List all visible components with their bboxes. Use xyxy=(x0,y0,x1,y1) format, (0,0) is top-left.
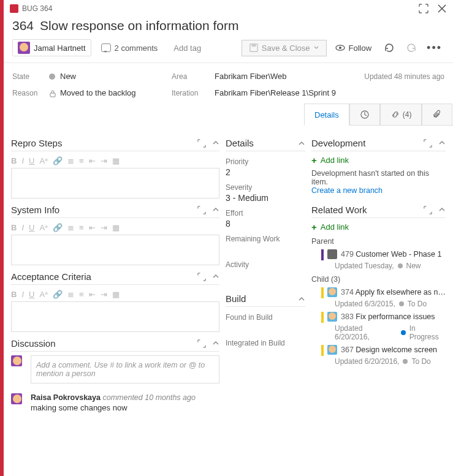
content-area: Repro Steps BIUAᵃ🔗≣≡⇤⇥▦ System Info BIUA… xyxy=(4,126,453,412)
work-item-type-icon xyxy=(327,249,337,259)
reason-value: Moved to the backlog xyxy=(60,88,136,97)
work-item-title[interactable]: Slow response on information form xyxy=(40,18,239,32)
details-header: Details xyxy=(226,138,305,151)
activity-label: Activity xyxy=(226,260,305,269)
work-item-id: 364 xyxy=(12,18,34,32)
integrated-in-build-field[interactable] xyxy=(226,349,305,358)
add-tag-button[interactable]: Add tag xyxy=(167,41,207,55)
parent-label: Parent xyxy=(311,237,446,246)
acceptance-header: Acceptance Criteria xyxy=(11,271,219,285)
acceptance-input[interactable] xyxy=(11,301,219,332)
development-title: Development xyxy=(311,138,365,148)
integrated-in-build-label: Integrated in Build xyxy=(226,339,305,347)
system-info-input[interactable] xyxy=(11,235,219,265)
dev-add-link-button[interactable]: +Add link xyxy=(311,155,446,165)
save-and-close-button[interactable]: Save & Close xyxy=(242,40,327,56)
children-list: 374 Apply fix elsewhere as n…Updated 6/3… xyxy=(311,287,446,366)
state-dot-icon xyxy=(403,359,408,364)
comment-author: Raisa Pokrovskaya xyxy=(31,393,101,402)
discussion-comment: Raisa Pokrovskaya commented 10 months ag… xyxy=(11,393,219,412)
expand-icon[interactable] xyxy=(424,206,432,214)
related-add-link-button[interactable]: +Add link xyxy=(311,222,446,232)
effort-field[interactable]: 8 xyxy=(226,219,305,229)
follow-button[interactable]: Follow xyxy=(330,40,377,55)
tab-attachments[interactable] xyxy=(422,104,452,125)
links-count: (4) xyxy=(403,110,412,119)
severity-field[interactable]: 3 - Medium xyxy=(226,193,305,203)
avatar-icon xyxy=(11,355,22,366)
create-branch-link[interactable]: Create a new branch xyxy=(311,186,446,195)
svg-rect-4 xyxy=(50,93,55,97)
development-header: Development xyxy=(311,138,446,151)
middle-column: Details Priority 2 Severity 3 - Medium E… xyxy=(226,132,305,412)
expand-icon[interactable] xyxy=(197,139,206,148)
svg-point-3 xyxy=(339,47,341,49)
comment-icon xyxy=(101,43,111,52)
repro-steps-input[interactable] xyxy=(11,168,219,198)
tab-details[interactable]: Details xyxy=(304,104,349,126)
state-field[interactable]: New xyxy=(49,72,172,81)
related-item-sub: Updated 6/3/2015,To Do xyxy=(335,300,446,308)
reason-label: Reason xyxy=(12,89,49,97)
comments-button[interactable]: 2 comments xyxy=(95,41,164,55)
expand-icon[interactable] xyxy=(424,139,432,148)
found-in-build-label: Found in Build xyxy=(226,313,305,322)
undo-button[interactable] xyxy=(406,42,417,53)
child-label: Child (3) xyxy=(311,275,446,284)
expand-icon[interactable] xyxy=(197,273,206,281)
found-in-build-field[interactable] xyxy=(226,323,305,333)
collapse-icon[interactable] xyxy=(438,139,446,148)
iteration-label: Iteration xyxy=(172,89,215,97)
collapse-icon[interactable] xyxy=(298,295,305,303)
area-label: Area xyxy=(172,72,215,81)
expand-icon[interactable] xyxy=(197,339,206,348)
window-titlebar: BUG 364 xyxy=(4,0,453,17)
dev-hint-text: Development hasn't started on this item. xyxy=(311,169,446,186)
related-item-child[interactable]: 374 Apply fix elsewhere as n… xyxy=(321,287,446,298)
collapse-icon[interactable] xyxy=(298,140,305,147)
avatar-icon xyxy=(18,42,30,54)
expand-icon[interactable] xyxy=(197,206,206,214)
comment-body: making some changes now xyxy=(31,403,196,412)
system-info-title: System Info xyxy=(11,205,59,215)
area-field[interactable]: Fabrikam Fiber\Web xyxy=(215,72,346,81)
collapse-icon[interactable] xyxy=(212,339,219,348)
state-dot-icon xyxy=(399,301,404,306)
priority-field[interactable]: 2 xyxy=(226,167,305,177)
discussion-header: Discussion xyxy=(11,338,219,352)
collapse-icon[interactable] xyxy=(438,206,446,214)
tab-links[interactable]: (4) xyxy=(380,104,422,125)
refresh-button[interactable] xyxy=(384,42,395,53)
left-column: Repro Steps BIUAᵃ🔗≣≡⇤⇥▦ System Info BIUA… xyxy=(11,132,219,412)
save-icon xyxy=(249,43,258,52)
remaining-work-field[interactable] xyxy=(226,244,305,254)
related-item-parent[interactable]: 479 Customer Web - Phase 1 xyxy=(321,249,446,260)
sysinfo-rtf-toolbar[interactable]: BIUAᵃ🔗≣≡⇤⇥▦ xyxy=(11,222,219,235)
window-title: BUG 364 xyxy=(22,4,52,13)
related-item-child[interactable]: 383 Fix performance issues xyxy=(321,312,446,323)
discussion-input[interactable]: Add a comment. Use # to link a work item… xyxy=(31,355,219,383)
related-item-sub: Updated 6/20/2016,To Do xyxy=(335,357,446,366)
remaining-work-label: Remaining Work xyxy=(226,235,305,243)
tab-history[interactable] xyxy=(349,104,380,125)
work-item-color-bar xyxy=(321,345,324,356)
activity-field[interactable] xyxy=(226,270,305,280)
repro-rtf-toolbar[interactable]: BIUAᵃ🔗≣≡⇤⇥▦ xyxy=(11,155,219,168)
state-value: New xyxy=(60,72,76,81)
reason-field[interactable]: Moved to the backlog xyxy=(49,88,172,97)
related-item-child[interactable]: 367 Design welcome screen xyxy=(321,345,446,356)
assignee-picker[interactable]: Jamal Hartnett xyxy=(12,39,91,56)
eye-icon xyxy=(335,43,345,53)
collapse-icon[interactable] xyxy=(212,273,219,281)
related-work-title: Related Work xyxy=(311,205,367,215)
acceptance-rtf-toolbar[interactable]: BIUAᵃ🔗≣≡⇤⇥▦ xyxy=(11,289,219,301)
fullscreen-icon[interactable] xyxy=(419,4,428,13)
more-actions-button[interactable]: ••• xyxy=(424,42,444,55)
collapse-icon[interactable] xyxy=(212,206,219,214)
collapse-icon[interactable] xyxy=(212,139,219,148)
iteration-field[interactable]: Fabrikam Fiber\Release 1\Sprint 9 xyxy=(215,88,346,97)
state-label: State xyxy=(12,72,49,81)
close-icon[interactable] xyxy=(437,4,447,13)
state-dot-icon xyxy=(401,330,406,335)
acceptance-title: Acceptance Criteria xyxy=(11,271,91,282)
